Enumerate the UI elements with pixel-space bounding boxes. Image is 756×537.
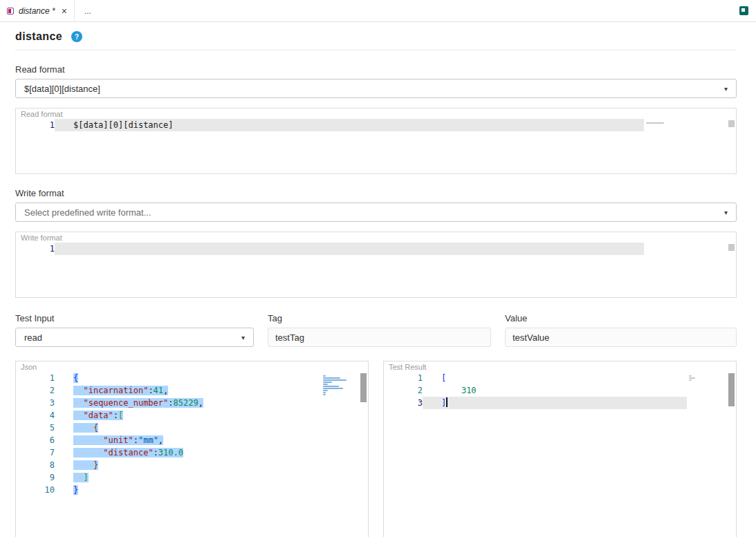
scrollbar-thumb[interactable] (728, 120, 735, 127)
minimap-line (323, 377, 340, 379)
minimap[interactable] (644, 243, 727, 296)
help-icon[interactable]: ? (71, 31, 82, 42)
editor-code-area[interactable]: 1 (16, 243, 644, 296)
chevron-down-icon: ▾ (241, 334, 245, 341)
editor-line[interactable]: 4··"data":[ (16, 409, 321, 422)
page-header: distance ? (15, 30, 737, 43)
divider (15, 50, 737, 50)
test-result-editor[interactable]: Test Result 1[2 3103] (383, 361, 737, 537)
select-value: read (24, 332, 42, 343)
minimap-line (323, 379, 347, 381)
test-input-select[interactable]: read ▾ (15, 328, 254, 347)
chevron-down-icon: ▾ (724, 85, 728, 93)
line-number: 1 (16, 372, 55, 384)
select-value: $[data][0][distance] (24, 84, 100, 94)
editor-line[interactable]: 3··"sequence_number":85229, (16, 397, 321, 409)
read-format-label: Read format (15, 64, 737, 75)
editor-line[interactable]: 6······"unit":"mm", (16, 434, 321, 446)
line-number: 3 (16, 397, 55, 409)
minimap-line (323, 392, 326, 393)
tab-bar: distance * × ... (0, 0, 756, 22)
minimap-line (323, 384, 328, 385)
editor-line[interactable]: 10} (16, 484, 321, 496)
line-number: 1 (16, 243, 55, 255)
line-number: 5 (16, 422, 55, 434)
minimap[interactable] (321, 372, 359, 537)
editor-title: Read format (16, 109, 736, 119)
line-number: 9 (16, 471, 55, 484)
minimap-line (689, 377, 695, 379)
tag-input[interactable] (268, 328, 491, 347)
line-number: 2 (384, 384, 423, 397)
editor-line[interactable]: 1 (16, 243, 644, 255)
minimap-line (323, 390, 328, 391)
line-number: 1 (16, 119, 55, 131)
write-format-editor[interactable]: Write format 1 (15, 232, 737, 298)
minimap-line (689, 375, 692, 377)
minimap-line (323, 381, 332, 383)
tab-label: distance * (19, 6, 55, 16)
test-input-label: Test Input (15, 313, 254, 323)
tab-distance[interactable]: distance * × (0, 0, 75, 21)
line-number: 7 (16, 446, 55, 459)
minimap-line (323, 375, 326, 377)
editor-line[interactable]: 8····} (16, 459, 321, 471)
close-tab-icon[interactable]: × (62, 6, 67, 16)
scrollbar[interactable] (359, 372, 368, 537)
json-input-editor[interactable]: Json 1{2··"incarnation":41,3··"sequence_… (15, 361, 369, 537)
chevron-down-icon: ▾ (724, 209, 728, 216)
editor-line[interactable]: 5····{ (16, 422, 321, 434)
page-title: distance (15, 30, 62, 43)
value-input[interactable] (505, 328, 737, 347)
editor-line[interactable]: 1{ (16, 372, 321, 384)
scrollbar-thumb[interactable] (728, 244, 735, 251)
select-placeholder: Select predefined write format... (24, 207, 151, 218)
minimap-line (323, 386, 339, 387)
write-format-label: Write format (15, 188, 737, 198)
tag-label: Tag (268, 313, 491, 323)
write-format-select[interactable]: Select predefined write format... ▾ (15, 202, 737, 222)
line-number: 6 (16, 434, 55, 446)
scrollbar[interactable] (727, 243, 736, 296)
test-editors-row: Json 1{2··"incarnation":41,3··"sequence_… (15, 361, 737, 537)
line-number: 4 (16, 409, 55, 422)
editor-line[interactable]: 9··] (16, 471, 321, 484)
read-format-editor[interactable]: Read format 1$[data][0][distance] (15, 108, 737, 174)
scrollbar[interactable] (727, 119, 736, 173)
editor-line[interactable]: 1$[data][0][distance] (16, 119, 644, 131)
value-label: Value (505, 313, 737, 323)
line-number: 10 (16, 484, 55, 496)
minimap-line (323, 394, 326, 395)
line-number: 8 (16, 459, 55, 471)
editor-line[interactable]: 2··"incarnation":41, (16, 384, 321, 397)
editor-line[interactable]: 3] (384, 397, 687, 409)
line-number: 1 (384, 372, 423, 384)
minimap-line (323, 388, 343, 389)
editor-line[interactable]: 7······"distance":310.0 (16, 446, 321, 459)
minimap[interactable] (687, 372, 727, 537)
test-inputs-row: Test Input read ▾ Tag Value (15, 313, 737, 347)
minimap-line (689, 379, 692, 381)
line-number: 2 (16, 384, 55, 397)
editor-title: Json (16, 361, 368, 372)
format-file-icon (7, 8, 14, 15)
text-cursor (446, 397, 448, 407)
scrollbar-thumb[interactable] (728, 373, 735, 406)
editor-code-area[interactable]: 1[2 3103] (384, 372, 687, 537)
editor-line[interactable]: 2 310 (384, 384, 687, 397)
editor-code-area[interactable]: 1$[data][0][distance] (16, 119, 644, 173)
editor-code-area[interactable]: 1{2··"incarnation":41,3··"sequence_numbe… (16, 372, 321, 537)
tab-overflow[interactable]: ... (75, 0, 101, 21)
editor-line[interactable]: 1[ (384, 372, 687, 384)
editor-title: Write format (16, 232, 736, 243)
editor-title: Test Result (384, 361, 736, 372)
minimap[interactable] (644, 119, 727, 173)
scrollbar-thumb[interactable] (360, 373, 367, 402)
read-format-select[interactable]: $[data][0][distance] ▾ (15, 79, 737, 98)
app-icon[interactable] (739, 6, 748, 15)
minimap-line (646, 122, 664, 124)
line-number: 3 (384, 397, 423, 409)
main-content: distance ? Read format $[data][0][distan… (0, 22, 756, 537)
minimap-line (644, 245, 727, 248)
scrollbar[interactable] (727, 372, 736, 537)
